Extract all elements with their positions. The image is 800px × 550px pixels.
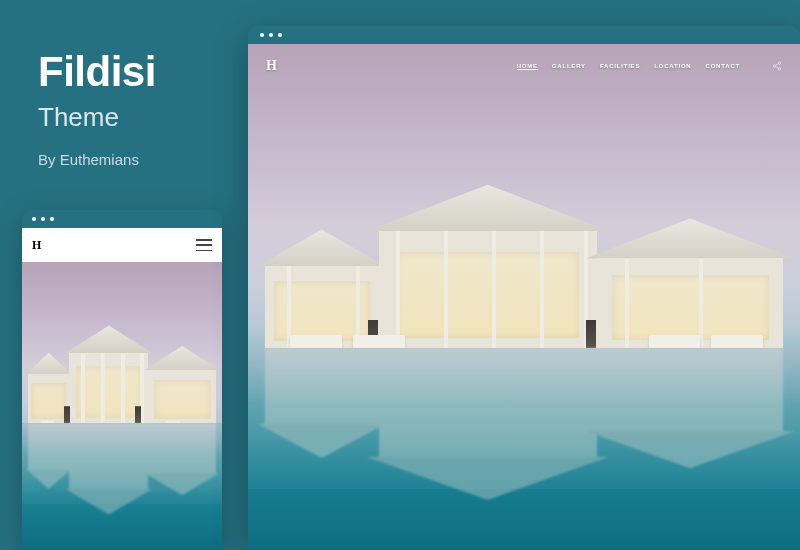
traffic-light-dot <box>260 33 264 37</box>
svg-line-4 <box>776 67 779 69</box>
hamburger-menu-icon[interactable] <box>196 239 212 251</box>
nav-link-home[interactable]: HOME <box>517 63 538 70</box>
nav-link-facilities[interactable]: FACILITIES <box>600 63 640 69</box>
primary-nav: HOME GALLERY FACILITIES LOCATION CONTACT <box>517 57 782 75</box>
traffic-light-dot <box>32 217 36 221</box>
traffic-light-dot <box>50 217 54 221</box>
traffic-light-dot <box>41 217 45 221</box>
mobile-viewport: H <box>22 228 222 550</box>
desktop-browser-chrome <box>248 26 800 44</box>
share-icon[interactable] <box>772 57 782 75</box>
svg-point-0 <box>778 62 781 65</box>
mobile-nav-bar: H <box>22 228 222 262</box>
svg-point-2 <box>778 68 781 71</box>
desktop-preview-window: H HOME GALLERY FACILITIES LOCATION CONTA… <box>248 26 800 550</box>
traffic-light-dot <box>269 33 273 37</box>
site-logo[interactable]: H <box>32 238 41 253</box>
theme-title: Fildisi <box>38 48 156 96</box>
nav-link-location[interactable]: LOCATION <box>654 63 691 69</box>
site-logo[interactable]: H <box>266 58 277 74</box>
traffic-light-dot <box>278 33 282 37</box>
theme-author: By Euthemians <box>38 151 156 168</box>
theme-subtitle: Theme <box>38 102 156 133</box>
theme-info: Fildisi Theme By Euthemians <box>38 48 156 168</box>
nav-link-contact[interactable]: CONTACT <box>706 63 740 69</box>
svg-line-3 <box>776 64 779 66</box>
desktop-viewport: H HOME GALLERY FACILITIES LOCATION CONTA… <box>248 44 800 550</box>
desktop-nav-bar: H HOME GALLERY FACILITIES LOCATION CONTA… <box>248 44 800 88</box>
svg-point-1 <box>773 65 776 68</box>
desktop-hero-image <box>248 44 800 550</box>
nav-link-gallery[interactable]: GALLERY <box>552 63 586 69</box>
mobile-preview-window: H <box>22 210 222 550</box>
mobile-hero-image <box>22 262 222 550</box>
mobile-browser-chrome <box>22 210 222 228</box>
